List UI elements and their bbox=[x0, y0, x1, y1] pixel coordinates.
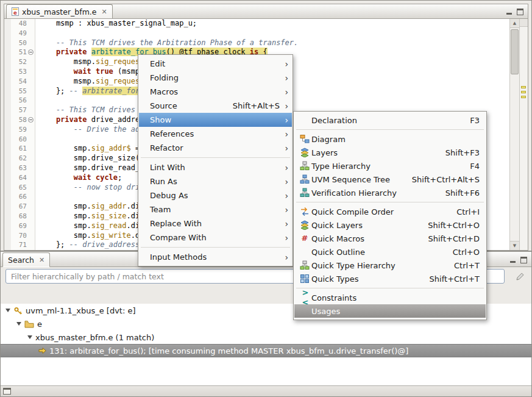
menu-item-label: Replace With bbox=[150, 219, 202, 228]
menu-item-quick-types[interactable]: Quick TypesShift+Ctrl+T bbox=[294, 272, 486, 285]
occurrence-marker[interactable] bbox=[521, 86, 526, 88]
menu-item-quick-outline[interactable]: Quick OutlineCtrl+O bbox=[294, 245, 486, 259]
overview-ruler[interactable] bbox=[519, 19, 528, 250]
menu-item-label: Diagram bbox=[311, 135, 346, 144]
menu-item-quick-compile-order[interactable]: Quick Compile OrderCtrl+I bbox=[294, 205, 486, 218]
editor-gutter: 4849505152535455565758596061626364656667… bbox=[4, 19, 35, 250]
tree-row[interactable]: xbus_master_bfm.e (1 match) bbox=[1, 331, 531, 344]
menu-accelerator: Shift+Ctrl+T bbox=[415, 274, 480, 284]
line-number: 59 bbox=[4, 125, 27, 135]
menu-item-constraints[interactable]: ><Constraints bbox=[294, 291, 486, 304]
submenu-arrow-icon: › bbox=[280, 144, 288, 152]
scrollbar-thumb[interactable] bbox=[511, 29, 519, 74]
line-number: 71 bbox=[4, 240, 27, 250]
search-tab[interactable]: Search ✕ bbox=[2, 252, 50, 267]
menu-item-run-as[interactable]: Run As› bbox=[139, 174, 292, 188]
menu-item-quick-macros[interactable]: #Quick MacrosShift+Ctrl+D bbox=[294, 232, 486, 245]
close-tab-icon[interactable]: ✕ bbox=[102, 8, 107, 16]
code-token: sig_read bbox=[91, 221, 127, 230]
line-number: 53 bbox=[4, 67, 27, 77]
menu-item-quick-layers[interactable]: Quick LayersShift+Ctrl+O bbox=[294, 218, 486, 232]
code-line: msmp : xbus_master_signal_map_u; bbox=[38, 19, 509, 29]
menu-item-quick-type-hierarchy[interactable]: Quick Type HierarchyCtrl+T bbox=[294, 259, 486, 272]
code-token: smp. bbox=[38, 221, 91, 230]
menu-item-references[interactable]: References› bbox=[139, 127, 292, 141]
code-token: -- This TCM drives the Arbitration Phase… bbox=[56, 38, 298, 47]
expand-toggle-icon[interactable] bbox=[5, 309, 10, 312]
menu-item-declaration[interactable]: DeclarationF3 bbox=[294, 113, 486, 127]
menu-item-replace-with[interactable]: Replace With› bbox=[139, 216, 292, 231]
code-token: cycle bbox=[96, 173, 118, 182]
occurrence-marker[interactable] bbox=[521, 91, 526, 93]
scroll-down-icon[interactable]: ▼ bbox=[510, 241, 519, 250]
menu-item-uvm-sequence-tree[interactable]: UVM Sequence TreeShift+Ctrl+Alt+S bbox=[294, 173, 486, 186]
tree-row-label: uvm_ml-1.1_xbus_e [dvt: e] bbox=[26, 306, 136, 315]
expand-toggle-icon[interactable] bbox=[27, 335, 32, 339]
menu-item-label: Run As bbox=[150, 177, 177, 186]
menu-item-refactor[interactable]: Refactor› bbox=[139, 141, 292, 155]
code-token: smp. bbox=[38, 144, 91, 152]
layers-icon bbox=[298, 148, 311, 157]
menu-item-verification-hierarchy[interactable]: Verification HierarchyShift+F6 bbox=[294, 186, 486, 199]
overview-ruler-header[interactable] bbox=[520, 19, 528, 27]
menu-item-type-hierarchy[interactable]: Type HierarchyF4 bbox=[294, 159, 486, 173]
menu-icon-placeholder bbox=[298, 115, 311, 125]
fold-toggle-icon[interactable] bbox=[28, 49, 34, 55]
menu-item-label: Constraints bbox=[311, 293, 356, 302]
menu-item-label: Quick Type Hierarchy bbox=[311, 261, 395, 270]
macros-icon: # bbox=[298, 234, 311, 243]
menu-item-compare-with[interactable]: Compare With› bbox=[139, 231, 292, 245]
e-file-icon: e bbox=[12, 7, 19, 16]
fold-toggle-icon[interactable] bbox=[28, 117, 34, 123]
menu-accelerator: Shift+Ctrl+D bbox=[414, 234, 480, 243]
code-token bbox=[38, 38, 56, 47]
code-token: sig_size bbox=[91, 212, 127, 220]
menu-item-input-methods[interactable]: Input Methods› bbox=[139, 250, 292, 264]
submenu-arrow-icon: › bbox=[280, 116, 288, 124]
menu-item-lint-with[interactable]: Lint With› bbox=[139, 160, 292, 174]
menu-item-label: Folding bbox=[150, 73, 179, 82]
submenu-arrow-icon: › bbox=[280, 191, 288, 200]
menu-accelerator: Ctrl+O bbox=[438, 248, 480, 257]
edit-filter-icon[interactable] bbox=[516, 272, 525, 282]
editor-tab[interactable]: e xbus_master_bfm.e ✕ bbox=[6, 4, 113, 19]
menu-item-team[interactable]: Team› bbox=[139, 202, 292, 216]
expand-toggle-icon[interactable] bbox=[16, 322, 21, 326]
tree-row-label: xbus_master_bfm.e (1 match) bbox=[35, 333, 154, 342]
menu-item-label: Debug As bbox=[150, 191, 188, 200]
maximize-icon[interactable] bbox=[517, 9, 523, 15]
menu-item-edit[interactable]: Edit› bbox=[139, 57, 292, 71]
panel-maximize-icon[interactable] bbox=[520, 257, 527, 263]
editor-scrollbar[interactable]: ▲ ▼ bbox=[509, 19, 519, 250]
menu-item-show[interactable]: Show› bbox=[139, 113, 292, 127]
submenu-arrow-icon: › bbox=[280, 177, 288, 186]
tree-row-selected-match[interactable]: 131: arbitrate_for_bus(); [time consumin… bbox=[1, 344, 531, 357]
editor-tab-bar: e xbus_master_bfm.e ✕ bbox=[4, 4, 528, 19]
menu-item-source[interactable]: SourceShift+Alt+S› bbox=[139, 99, 292, 113]
code-token bbox=[38, 125, 74, 134]
menu-item-debug-as[interactable]: Debug As› bbox=[139, 188, 292, 202]
code-token: private bbox=[56, 115, 87, 124]
menu-item-folding[interactable]: Folding› bbox=[139, 71, 292, 85]
menu-item-diagram[interactable]: Diagram bbox=[294, 132, 486, 146]
menu-item-layers[interactable]: LayersShift+F3 bbox=[294, 146, 486, 159]
close-search-tab-icon[interactable]: ✕ bbox=[39, 256, 44, 264]
menu-item-label: References bbox=[150, 129, 194, 138]
line-number: 57 bbox=[4, 106, 27, 115]
menu-item-label: Declaration bbox=[311, 116, 357, 125]
code-line: -- This TCM drives the Arbitration Phase… bbox=[38, 38, 509, 48]
minimize-icon[interactable] bbox=[506, 9, 512, 15]
menu-item-usages[interactable]: Usages bbox=[294, 304, 486, 318]
menu-item-macros[interactable]: Macros› bbox=[139, 85, 292, 99]
submenu-arrow-icon: › bbox=[280, 220, 288, 228]
code-token bbox=[38, 48, 56, 56]
line-number: 56 bbox=[4, 96, 27, 106]
line-number: 61 bbox=[4, 144, 27, 154]
fast-view-icon[interactable] bbox=[3, 388, 11, 395]
menu-accelerator: Ctrl+I bbox=[442, 207, 480, 216]
menu-item-label: Compare With bbox=[150, 233, 207, 242]
scroll-up-icon[interactable]: ▲ bbox=[510, 19, 519, 28]
panel-minimize-icon[interactable] bbox=[509, 257, 516, 263]
match-arrow-icon bbox=[38, 347, 46, 354]
occurrence-marker[interactable] bbox=[521, 96, 526, 98]
